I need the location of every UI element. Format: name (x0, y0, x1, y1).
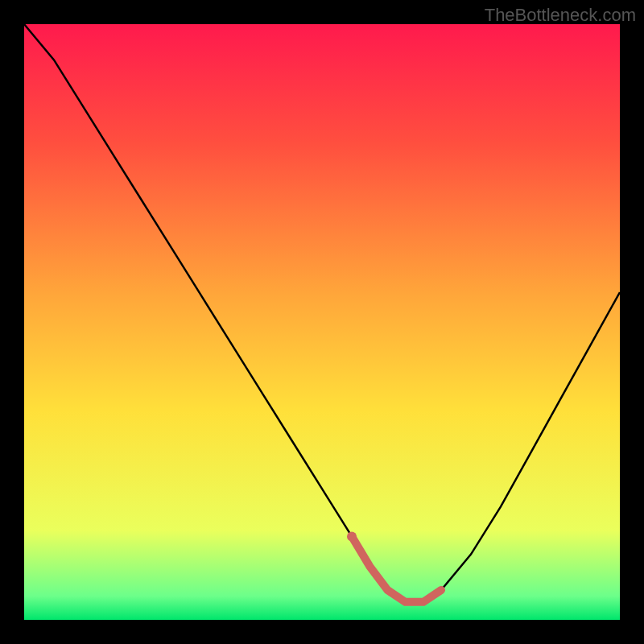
chart-container: TheBottleneck.com (0, 0, 644, 644)
optimal-band-start-dot (347, 531, 357, 541)
bottleneck-chart-svg (0, 0, 644, 644)
plot-background (24, 24, 620, 620)
watermark-text: TheBottleneck.com (485, 5, 636, 26)
